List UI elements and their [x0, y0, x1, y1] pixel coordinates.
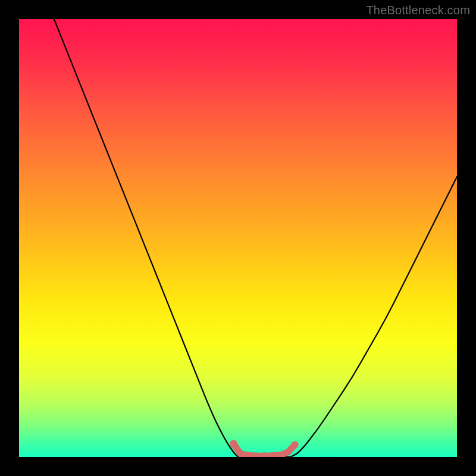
marker-dot	[285, 448, 292, 455]
marker-dot	[237, 450, 244, 457]
watermark-text: TheBottleneck.com	[366, 4, 470, 17]
marker-dots	[230, 440, 299, 457]
bottleneck-curve	[19, 19, 457, 457]
marker-dot	[230, 440, 237, 447]
curve-path	[54, 19, 457, 457]
plot-area	[19, 19, 457, 457]
marker-dot	[292, 441, 299, 448]
chart-frame: TheBottleneck.com	[0, 0, 476, 476]
